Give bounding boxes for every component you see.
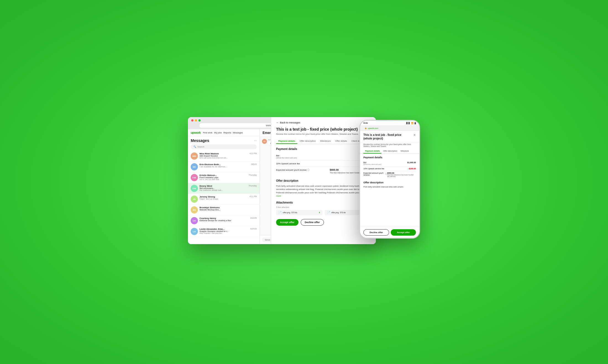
phone-description-section: Offer description Pork belly activated c… [363,181,416,188]
phone-footer: Decline offer Accept offer [360,227,419,238]
phone-tab-payment[interactable]: Payment details [363,149,381,154]
list-item[interactable]: MM Mira Rhiel Madsen 4:12 PM SEO Expert … [188,151,260,162]
signal-icon: ▌▌▌ [406,122,410,124]
avatar: LA [191,228,198,235]
phone-status-icons: ▌▌▌ 📶 ▓ [406,122,416,124]
payment-row-bid: Bid (What the client will see) $1,000.00 [276,153,371,161]
messages-sidebar: upwork Find work My jobs Reports Message… [188,129,260,244]
list-item[interactable]: KW Kristin Watson... Thursday Pool Compa… [188,172,260,183]
attachments-count: 3 files attached [276,206,371,208]
conv-content: Emery West Thursday Not necessary... the… [200,185,257,192]
more-options-icon[interactable]: ··· [254,139,257,143]
tab-offer-description[interactable]: Offer description [297,139,318,144]
conv-name: Leslie Alexander, Eme... 5/27/23 [200,228,257,230]
messages-title: Messages [191,138,209,143]
conv-content: Jeremy Strong 4:11 PM Ralph: Sent an ima… [200,196,257,203]
maximize-dot[interactable] [198,119,201,122]
attachment-size: 570 kb [291,212,297,213]
phone-payment-row-fee: 10% Upwork service fee -$100.00 [363,167,416,171]
offer-description-title: Offer description [276,179,371,182]
avatar: MM [191,152,198,160]
attachments-title: Attachments [276,201,371,204]
info-icon[interactable]: ⓘ [385,173,387,175]
search-bar[interactable]: 🔍 Search [191,144,257,149]
nav-items: Find work My jobs Reports Messages [203,131,243,134]
nav-my-jobs[interactable]: My jobs [214,131,222,134]
list-item[interactable]: CH Courtney Henry 4/12/23 Editorial Desi… [188,215,260,226]
phone-payment-value-bid: $1,000.00 [407,162,416,163]
conv-subject: Editorial Design for creating a flier [200,220,257,221]
phone-payment-row-bid: Bid (What the client will pay) $1,000.00 [363,160,416,167]
conv-preview: Ralph: Sent an image [200,198,257,200]
list-item[interactable]: BS Brooklyn Simmons Website Mockup Des..… [188,205,260,215]
conv-content: Brooklyn Simmons Website Mockup Des... [200,206,257,213]
offer-description-text: Pork belly activated charcoal slow-carb … [276,184,371,198]
close-dot[interactable] [191,119,193,122]
attachment-size: 570 kb [340,212,346,213]
phone-tab-description[interactable]: Offer description [381,149,399,154]
conv-preview: let's call some time that not out... [200,157,257,159]
phone-accept-button[interactable]: Accept offer [391,229,416,236]
conv-name: Kristin Watson... Thursday [200,174,257,176]
conv-name: Courtney Henry 4/12/23 [200,217,257,220]
conv-preview: Hey Thanks! I will png the... [200,232,257,234]
payment-details-title: Payment details [276,147,371,151]
conv-content: Mira Rhiel Madsen 4:12 PM SEO Expert Nee… [200,152,257,160]
list-item[interactable]: EW Emery West Thursday Not necessary... … [188,183,260,194]
attachment-name: offer.png [283,212,290,213]
avatar: EE [191,163,198,170]
phone-time: 9:41 [363,122,368,124]
phone-payment-label-bid: Bid (What the client will pay) [363,162,381,165]
tab-payment-details[interactable]: Payment details [276,139,297,144]
conv-preview: the craftsmen design sub... [200,189,257,191]
lock-icon: 🔒 [365,127,367,129]
payment-row-fee: 10% Upwork service fee -$100.00 [276,161,371,167]
close-button[interactable]: ✕ [413,133,416,137]
tab-offer-details[interactable]: Offer details [333,139,349,144]
phone-payment-row-expected: Expected amount you'll receive ⓘ $900.00… [363,171,416,178]
tab-milestones[interactable]: Milestones [318,139,333,144]
phone-offer-subtitle: Review the contract terms for your fixed… [360,142,419,149]
nav-reports[interactable]: Reports [223,131,231,134]
conv-content: Erin Ekstrom Both... 9/5/23 I am availab… [200,163,257,170]
phone-body: Payment details Bid (What the client wil… [360,154,419,227]
conv-subject: Pool Company Logo [200,176,257,178]
phone-tab-milestone[interactable]: Milestone [399,149,411,154]
messages-header: Messages ··· [188,136,260,144]
upwork-logo: upwork [191,131,201,134]
accept-offer-button[interactable]: Accept offer [276,219,298,226]
conv-content: Kristin Watson... Thursday Pool Company … [200,174,257,181]
offer-subtitle: Review the contract terms for your fixed… [276,133,371,135]
search-icon: 🔍 [193,146,196,148]
decline-offer-button[interactable]: Decline offer [301,219,324,226]
phone-offer-title: This is a test job - fixed price (whole … [363,133,410,140]
phone-decline-button[interactable]: Decline offer [363,229,389,236]
download-icon[interactable]: ⬇ [319,212,320,214]
message-panel: Emery West ⇄ ⬇ D AB Annetta Blo... Awes [260,129,376,244]
wifi-icon: 📶 [411,122,414,124]
phone-payment-label-fee: 10% Upwork service fee [363,168,384,170]
conv-content: Courtney Henry 4/12/23 Editorial Design … [200,217,257,224]
info-icon[interactable]: ⓘ [307,168,310,172]
payment-label-bid: Bid (What the client will see) [276,154,297,159]
list-item[interactable]: JS Jeremy Strong 4:11 PM Ralph: Sent an … [188,194,260,205]
offer-action-buttons: Accept offer Decline offer [276,219,371,226]
phone-status-bar: 9:41 ▌▌▌ 📶 ▓ [360,121,419,125]
conv-preview: I am available for the afternoo... [200,166,257,168]
list-item[interactable]: LA Leslie Alexander, Eme... 5/27/23 Grap… [188,226,260,237]
payment-row-expected: Expected amount you'll receive ⓘ $900.00… [276,167,371,175]
phone-url-bar[interactable]: 🔒 upwork.com [362,126,417,130]
minimize-dot[interactable] [195,119,197,122]
nav-messages[interactable]: Messages [233,131,243,134]
list-item[interactable]: EE Erin Ekstrom Both... 9/5/23 I am avai… [188,162,260,172]
payment-label-expected: Expected amount you'll receive ⓘ [276,168,310,172]
scene: www.upwork.com/messaging upwork Find wor… [188,117,420,247]
phone-payment-value-expected: $900.00 The first milestone has been fun… [387,172,416,177]
conv-name: Brooklyn Simmons [200,206,257,209]
battery-icon: ▓ [415,122,416,124]
nav-find-work[interactable]: Find work [203,131,213,134]
conv-name: Emery West Thursday [200,185,257,187]
phone-content: This is a test job - fixed price (whole … [360,131,419,238]
conv-subject: Graphic Designer needed to r... [200,230,257,232]
phone-description-text: Pork belly activated charcoal slow-carb … [363,186,416,188]
